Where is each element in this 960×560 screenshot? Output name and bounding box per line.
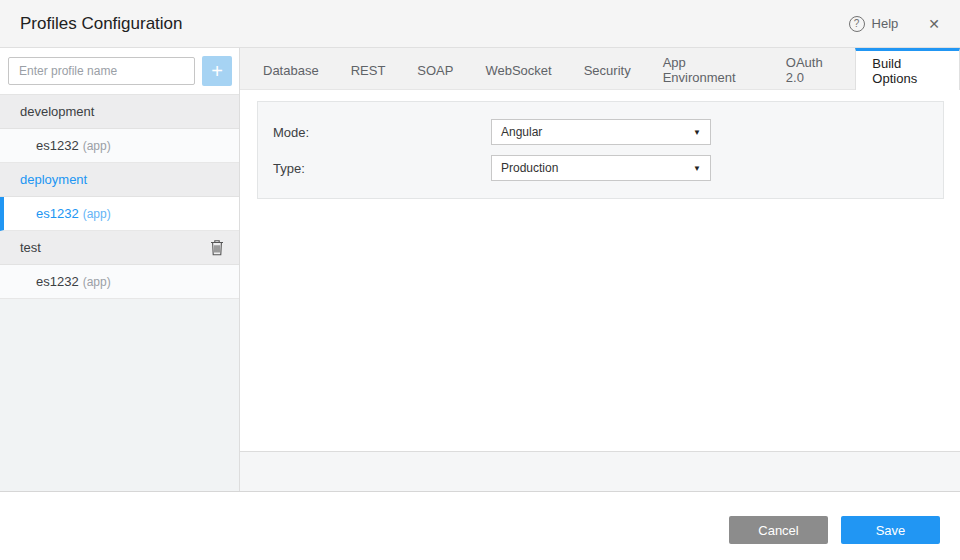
mode-select[interactable]: Angular ▼ — [491, 119, 711, 145]
profile-app-item[interactable]: es1232 (app) — [0, 129, 239, 163]
profile-group-label: development — [20, 104, 94, 119]
tab-content: Mode: Angular ▼ Type: Production ▼ — [240, 90, 960, 451]
sidebar-empty-area — [0, 299, 239, 491]
profile-group-label: deployment — [20, 172, 87, 187]
tab-rest[interactable]: REST — [335, 48, 402, 89]
page-title: Profiles Configuration — [20, 14, 183, 34]
type-label: Type: — [273, 161, 491, 176]
tab-soap[interactable]: SOAP — [401, 48, 469, 89]
profile-group-test[interactable]: test — [0, 231, 239, 265]
profile-name-input[interactable] — [8, 57, 195, 85]
mode-label: Mode: — [273, 125, 491, 140]
app-suffix: (app) — [83, 207, 111, 221]
close-icon[interactable]: ✕ — [928, 17, 940, 31]
tab-app-environment[interactable]: App Environment — [647, 48, 770, 89]
profile-app-item[interactable]: es1232 (app) — [0, 265, 239, 299]
trash-icon — [210, 239, 224, 256]
caret-down-icon: ▼ — [693, 164, 701, 173]
add-profile-button[interactable]: + — [202, 56, 232, 86]
profile-group-development[interactable]: development — [0, 95, 239, 129]
profile-group-deployment[interactable]: deployment — [0, 163, 239, 197]
mode-field-row: Mode: Angular ▼ — [273, 119, 943, 145]
type-select[interactable]: Production ▼ — [491, 155, 711, 181]
profiles-sidebar: + development es1232 (app) deployment es… — [0, 48, 240, 491]
profile-create-row: + — [0, 48, 239, 95]
content-footer-strip — [240, 451, 960, 491]
tab-oauth[interactable]: OAuth 2.0 — [770, 48, 856, 89]
dialog-body: + development es1232 (app) deployment es… — [0, 48, 960, 491]
type-select-value: Production — [501, 161, 558, 175]
profile-app-item-selected[interactable]: es1232 (app) — [0, 197, 239, 231]
type-field-row: Type: Production ▼ — [273, 155, 943, 181]
app-label: es1232 — [36, 138, 79, 153]
delete-profile-button[interactable] — [210, 239, 224, 256]
app-label: es1232 — [36, 274, 79, 289]
tab-database[interactable]: Database — [247, 48, 335, 89]
tab-bar: Database REST SOAP WebSocket Security Ap… — [240, 48, 960, 90]
app-suffix: (app) — [83, 275, 111, 289]
caret-down-icon: ▼ — [693, 128, 701, 137]
app-suffix: (app) — [83, 139, 111, 153]
cancel-button[interactable]: Cancel — [729, 516, 828, 544]
app-label: es1232 — [36, 206, 79, 221]
profile-group-label: test — [20, 240, 41, 255]
dialog-action-bar: Cancel Save — [0, 491, 960, 560]
build-options-panel: Mode: Angular ▼ Type: Production ▼ — [257, 101, 944, 199]
save-button[interactable]: Save — [841, 516, 940, 544]
dialog-header: Profiles Configuration ? Help ✕ — [0, 0, 960, 48]
tab-websocket[interactable]: WebSocket — [469, 48, 567, 89]
tab-build-options[interactable]: Build Options — [855, 48, 960, 90]
header-actions: ? Help ✕ — [849, 16, 940, 32]
main-area: Database REST SOAP WebSocket Security Ap… — [240, 48, 960, 491]
profiles-configuration-dialog: Profiles Configuration ? Help ✕ + develo… — [0, 0, 960, 560]
help-label: Help — [872, 16, 899, 31]
help-question-icon: ? — [849, 16, 865, 32]
tab-security[interactable]: Security — [568, 48, 647, 89]
help-button[interactable]: ? Help — [849, 16, 899, 32]
mode-select-value: Angular — [501, 125, 542, 139]
